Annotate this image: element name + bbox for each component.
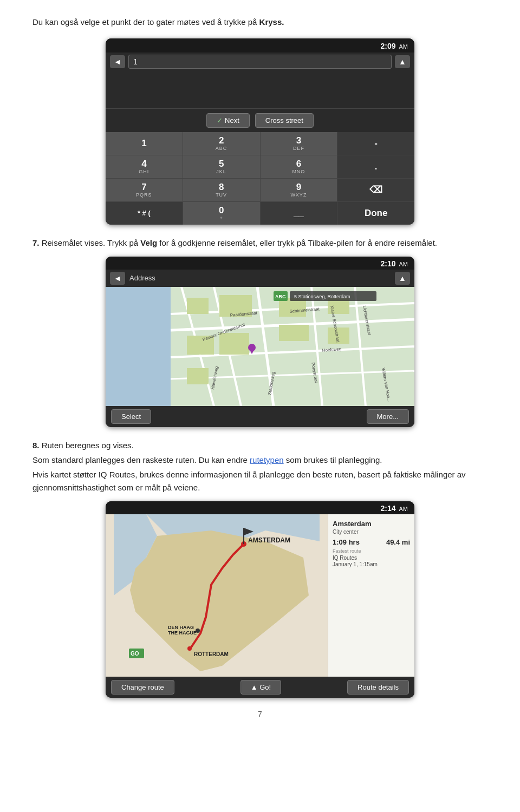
route-sidebar: Amsterdam City center 1:09 hrs 49.4 mi F…: [328, 514, 414, 677]
key-6[interactable]: 6MNO: [261, 155, 337, 178]
key-1[interactable]: 1: [106, 132, 183, 155]
checkmark-icon: ✓: [217, 116, 223, 125]
step7-text: 7. Reisemålet vises. Trykk på Velg for å…: [32, 237, 487, 249]
svg-text:GO: GO: [131, 651, 139, 657]
map-background: Stationsweg Harwichweg Pastoor Onderwate…: [106, 287, 414, 406]
key-2[interactable]: 2ABC: [183, 132, 260, 155]
svg-text:AMSTERDAM: AMSTERDAM: [248, 536, 290, 544]
screen1-header: 2:09 AM: [106, 38, 414, 53]
screen1-up-button[interactable]: ▲: [395, 55, 410, 68]
screen2-footer: Select More...: [106, 406, 414, 427]
screen3-time: 2:14 AM: [381, 504, 408, 513]
screen1-back-button[interactable]: ◄: [110, 55, 125, 68]
screen3-ampm: AM: [399, 506, 408, 512]
step7-velg: Velg: [140, 238, 157, 247]
svg-text:ROTTERDAM: ROTTERDAM: [194, 651, 229, 657]
route-map-main: AMSTERDAM DEN HAAG THE HAGUE ROTTERDAM G…: [106, 514, 328, 677]
screen1-address-input[interactable]: [128, 55, 392, 69]
screen1-device: 2:09 AM ◄ ▲ ✓✓NextNext Cross street 1 2A…: [106, 38, 414, 225]
intro-bold: Kryss.: [259, 17, 284, 27]
more-button[interactable]: More...: [367, 409, 409, 424]
svg-text:ABC: ABC: [275, 294, 286, 299]
screen1-time: 2:09 AM: [381, 42, 408, 50]
svg-rect-12: [187, 298, 209, 314]
svg-text:THE HAGUE: THE HAGUE: [168, 630, 197, 636]
key-dot[interactable]: .: [337, 155, 414, 178]
route-time-value: 1:09 hrs: [333, 538, 360, 546]
svg-rect-18: [219, 333, 249, 355]
key-3[interactable]: 3DEF: [261, 132, 337, 155]
screen1-action-row: ✓✓NextNext Cross street: [106, 109, 414, 132]
step8-text3-span: som brukes til planlegging.: [284, 455, 382, 464]
route-type-link[interactable]: rutetypen: [250, 455, 284, 464]
screen2-header: 2:10 AM: [106, 257, 414, 270]
intro-paragraph: Du kan også velge et punkt der to gater …: [32, 16, 487, 29]
screen2-ampm: AM: [399, 261, 408, 267]
step7-label: 7.: [32, 238, 40, 247]
map-svg: Stationsweg Harwichweg Pastoor Onderwate…: [106, 287, 414, 406]
screen3-header: 2:14 AM: [106, 501, 414, 514]
change-route-button[interactable]: Change route: [111, 680, 174, 695]
screen2-back-button[interactable]: ◄: [110, 272, 125, 285]
screen1-ampm: AM: [399, 43, 408, 50]
screen2-time: 2:10 AM: [381, 259, 408, 268]
screen2-map-area: Stationsweg Harwichweg Pastoor Onderwate…: [106, 287, 414, 406]
key-4[interactable]: 4GHI: [106, 155, 183, 178]
step8-text2: Som standard planlegges den raskeste rut…: [32, 454, 487, 466]
screen2-address-label: Address: [125, 274, 395, 282]
step8-text4: Hvis kartet støtter IQ Routes, brukes de…: [32, 468, 487, 494]
route-destination: Amsterdam: [333, 520, 410, 528]
svg-rect-15: [279, 325, 309, 341]
done-button[interactable]: Done: [337, 202, 414, 225]
cross-street-button[interactable]: Cross street: [255, 113, 314, 128]
go-button[interactable]: ▲ Go!: [240, 680, 281, 695]
svg-point-40: [187, 646, 192, 651]
select-button[interactable]: Select: [111, 409, 151, 424]
intro-text-before: Du kan også velge et punkt der to gater …: [32, 17, 259, 27]
screen1-nav-bar: ◄ ▲: [106, 53, 414, 71]
screen2-device: 2:10 AM ◄ Address ▲: [106, 257, 414, 427]
page-number: 7: [32, 710, 487, 718]
svg-rect-0: [106, 287, 171, 406]
route-details-button[interactable]: Route details: [347, 680, 409, 695]
key-dash[interactable]: -: [337, 132, 414, 155]
key-special[interactable]: * # (: [106, 202, 183, 225]
route-time-distance-row: 1:09 hrs 49.4 mi: [333, 538, 410, 546]
key-8[interactable]: 8TUV: [183, 179, 260, 201]
svg-rect-20: [187, 368, 209, 384]
screen3-footer: Change route ▲ Go! Route details: [106, 677, 414, 698]
step8-text1-span: Ruten beregnes og vises.: [40, 441, 134, 450]
route-map-svg: AMSTERDAM DEN HAAG THE HAGUE ROTTERDAM G…: [106, 514, 328, 677]
key-backspace[interactable]: ⌫: [337, 179, 414, 201]
route-dist-value: 49.4 mi: [386, 538, 410, 546]
key-5[interactable]: 5JKL: [183, 155, 260, 178]
screen2-nav-bar: ◄ Address ▲: [106, 270, 414, 287]
key-7[interactable]: 7PQRS: [106, 179, 183, 201]
step8-text4-span: Hvis kartet støtter IQ Routes, brukes de…: [32, 470, 466, 492]
key-0[interactable]: 0+: [183, 202, 260, 225]
key-9[interactable]: 9WXYZ: [261, 179, 337, 201]
step7-text-after: for å godkjenne reisemålet, eller trykk …: [157, 238, 437, 247]
route-map-area: AMSTERDAM DEN HAAG THE HAGUE ROTTERDAM G…: [106, 514, 414, 677]
screen3-device: 2:14 AM AMSTERDAM DEN: [106, 501, 414, 698]
iq-routes-label: IQ Routes: [333, 555, 410, 561]
key-underscore[interactable]: __: [261, 202, 337, 225]
route-dest-sub: City center: [333, 529, 410, 535]
next-button[interactable]: ✓✓NextNext: [206, 113, 250, 128]
step7-text-before-bold: Reisemålet vises. Trykk på: [42, 238, 141, 247]
screen2-up-button[interactable]: ▲: [395, 272, 410, 285]
svg-text:5 Stationsweg, Rotterdam: 5 Stationsweg, Rotterdam: [294, 294, 350, 299]
route-date-label: January 1, 1:15am: [333, 561, 410, 567]
step8-text1: 8. Ruten beregnes og vises.: [32, 439, 487, 451]
step8-label: 8.: [32, 441, 40, 450]
keypad-grid: 1 2ABC 3DEF - 4GHI 5JKL 6MNO . 7PQRS 8TU…: [106, 132, 414, 225]
svg-text:DEN HAAG: DEN HAAG: [168, 625, 194, 630]
step8-text2-span: Som standard planlegges den raskeste rut…: [32, 455, 250, 464]
fastest-route-label: Fastest route: [333, 548, 410, 554]
screen1-dropdown-area: [106, 71, 414, 109]
